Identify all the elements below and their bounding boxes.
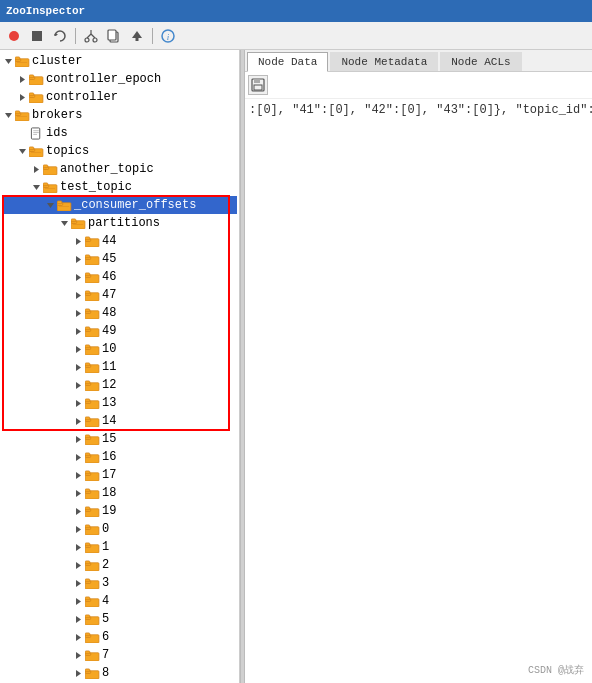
tree-node[interactable]: 47: [2, 286, 237, 304]
svg-marker-96: [76, 400, 81, 407]
svg-marker-68: [76, 274, 81, 281]
tab-node-metadata[interactable]: Node Metadata: [330, 52, 438, 71]
tree-panel[interactable]: cluster controller_epoch controller brok…: [0, 50, 240, 683]
toolbar-btn-copy[interactable]: [104, 26, 124, 46]
toolbar-btn-refresh[interactable]: [50, 26, 70, 46]
expand-icon[interactable]: [72, 595, 84, 607]
expand-icon[interactable]: [16, 127, 28, 139]
tree-node[interactable]: 12: [2, 376, 237, 394]
expand-icon[interactable]: [72, 559, 84, 571]
expand-icon[interactable]: [72, 433, 84, 445]
tree-node[interactable]: 46: [2, 268, 237, 286]
expand-icon[interactable]: [72, 523, 84, 535]
expand-icon[interactable]: [72, 379, 84, 391]
expand-icon[interactable]: [44, 199, 56, 211]
tab-node-data[interactable]: Node Data: [247, 52, 328, 72]
tree-node[interactable]: 11: [2, 358, 237, 376]
save-btn[interactable]: [248, 75, 268, 95]
tree-node[interactable]: 18: [2, 484, 237, 502]
svg-marker-55: [61, 221, 68, 226]
tree-node[interactable]: 2: [2, 556, 237, 574]
tree-node[interactable]: 8: [2, 664, 237, 682]
tree-node[interactable]: controller: [2, 88, 237, 106]
svg-rect-107: [85, 434, 90, 437]
expand-icon[interactable]: [72, 541, 84, 553]
expand-icon[interactable]: [58, 217, 70, 229]
tree-node[interactable]: _consumer_offsets: [2, 196, 237, 214]
expand-icon[interactable]: [16, 91, 28, 103]
expand-icon[interactable]: [72, 487, 84, 499]
toolbar-btn-info[interactable]: i: [158, 26, 178, 46]
svg-rect-159: [85, 668, 90, 671]
expand-icon[interactable]: [72, 361, 84, 373]
tree-node[interactable]: 13: [2, 394, 237, 412]
tree-node[interactable]: 10: [2, 340, 237, 358]
folder-icon: [84, 649, 100, 661]
toolbar-btn-cut[interactable]: [81, 26, 101, 46]
tree-node[interactable]: another_topic: [2, 160, 237, 178]
tab-node-acls[interactable]: Node ACLs: [440, 52, 521, 71]
expand-icon[interactable]: [2, 55, 14, 67]
expand-icon[interactable]: [72, 469, 84, 481]
expand-icon[interactable]: [16, 73, 28, 85]
tree-node[interactable]: 48: [2, 304, 237, 322]
expand-icon[interactable]: [72, 289, 84, 301]
tree-node[interactable]: brokers: [2, 106, 237, 124]
expand-icon[interactable]: [72, 397, 84, 409]
tree-node[interactable]: partitions: [2, 214, 237, 232]
tree-node[interactable]: 49: [2, 322, 237, 340]
expand-icon[interactable]: [72, 253, 84, 265]
tree-node[interactable]: ids: [2, 124, 237, 142]
tree-node[interactable]: 19: [2, 502, 237, 520]
expand-icon[interactable]: [72, 631, 84, 643]
svg-line-5: [87, 34, 91, 38]
svg-rect-119: [85, 488, 90, 491]
expand-icon[interactable]: [72, 613, 84, 625]
tree-node[interactable]: 7: [2, 646, 237, 664]
expand-icon[interactable]: [72, 577, 84, 589]
node-label: topics: [46, 144, 89, 158]
tree-node[interactable]: 45: [2, 250, 237, 268]
tree-node[interactable]: 0: [2, 520, 237, 538]
folder-icon: [14, 55, 30, 67]
tree-node[interactable]: 4: [2, 592, 237, 610]
tree-node[interactable]: test_topic: [2, 178, 237, 196]
expand-icon[interactable]: [72, 307, 84, 319]
tree-node[interactable]: 14: [2, 412, 237, 430]
tree-node[interactable]: 6: [2, 628, 237, 646]
svg-rect-99: [85, 398, 90, 401]
expand-icon[interactable]: [30, 163, 42, 175]
tree-node[interactable]: 17: [2, 466, 237, 484]
tree-node[interactable]: 44: [2, 232, 237, 250]
svg-marker-92: [76, 382, 81, 389]
expand-icon[interactable]: [72, 415, 84, 427]
expand-icon[interactable]: [72, 505, 84, 517]
toolbar-btn-up[interactable]: [127, 26, 147, 46]
expand-icon[interactable]: [72, 649, 84, 661]
tree-node[interactable]: topics: [2, 142, 237, 160]
tree-node[interactable]: controller_epoch: [2, 70, 237, 88]
node-label: 17: [102, 468, 116, 482]
toolbar-btn-circle[interactable]: [4, 26, 24, 46]
folder-icon: [84, 595, 100, 607]
svg-marker-88: [76, 364, 81, 371]
svg-rect-155: [85, 650, 90, 653]
tree-node[interactable]: 1: [2, 538, 237, 556]
expand-icon[interactable]: [72, 451, 84, 463]
expand-icon[interactable]: [72, 271, 84, 283]
tree-node[interactable]: 16: [2, 448, 237, 466]
tree-node[interactable]: cluster: [2, 52, 237, 70]
expand-icon[interactable]: [30, 181, 42, 193]
toolbar-btn-square[interactable]: [27, 26, 47, 46]
expand-icon[interactable]: [72, 235, 84, 247]
tree-node[interactable]: 5: [2, 610, 237, 628]
tree-node[interactable]: 15: [2, 430, 237, 448]
svg-marker-10: [132, 31, 142, 38]
expand-icon[interactable]: [2, 109, 14, 121]
tree-node[interactable]: 3: [2, 574, 237, 592]
expand-icon[interactable]: [72, 343, 84, 355]
expand-icon[interactable]: [72, 667, 84, 679]
svg-rect-83: [85, 326, 90, 329]
expand-icon[interactable]: [16, 145, 28, 157]
expand-icon[interactable]: [72, 325, 84, 337]
